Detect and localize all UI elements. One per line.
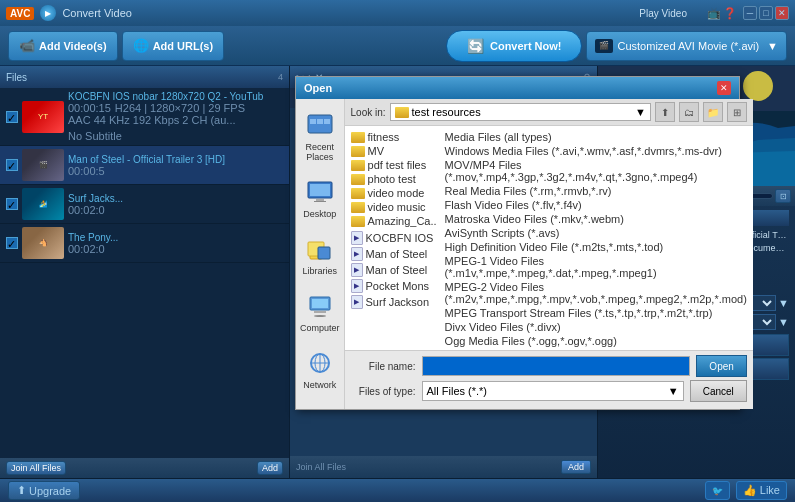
list-item[interactable]: High Definition Video File (*.m2ts,*.mts… [443,240,749,254]
file-meta: 00:02:0 [68,243,283,255]
sidebar-item-label: Network [303,380,336,390]
list-item[interactable]: fitness [349,130,439,144]
filename-input[interactable] [422,356,691,376]
twitter-button[interactable]: 🐦 [705,481,730,500]
view-toggle-button[interactable]: ⊞ [727,102,747,122]
sidebar-item-libraries[interactable]: Libraries [296,227,344,284]
dialog-title-bar: Open ✕ [296,77,739,99]
file-name: The Pony... [68,232,283,243]
list-item[interactable]: MV [349,144,439,158]
add-center-button[interactable]: Add [561,460,591,474]
file-checkbox[interactable]: ✓ [6,111,18,123]
file-checkbox[interactable]: ✓ [6,198,18,210]
list-item[interactable]: ✓ 🎬 Man of Steel - Official Trailer 3 [H… [0,146,289,185]
file-checkbox[interactable]: ✓ [6,159,18,171]
sidebar-item-network[interactable]: Network [296,341,344,398]
file-thumbnail: 🏄 [22,188,64,220]
file-checkbox[interactable]: ✓ [6,237,18,249]
list-item[interactable]: video music [349,200,439,214]
maximize-button[interactable]: □ [759,6,773,20]
look-in-select[interactable]: test resources ▼ [390,103,651,121]
list-item[interactable]: Flash Video Files (*.flv,*.f4v) [443,198,749,212]
dialog-nav: Recent Places Desktop [296,99,345,409]
filetype-select[interactable]: All Files (*.*) ▼ [422,381,684,401]
sidebar-item-label: Libraries [303,266,338,276]
add-url-icon: 🌐 [133,38,149,53]
nav-up-button[interactable]: ⬆ [655,102,675,122]
file-list: Files 4 ✓ YT KOCBFN IOS nobar 1280x720 Q… [0,66,290,478]
dialog-close-button[interactable]: ✕ [717,81,731,95]
list-item[interactable]: Amazing_Ca.. [349,214,439,228]
like-icon: 👍 [743,484,757,496]
open-dialog: Open ✕ Rece [295,76,740,410]
list-item[interactable]: Divx Video Files (*.divx) [443,320,749,334]
file-name: Surf Jacks... [68,193,283,204]
file-icon: ▶ [351,279,363,293]
social-buttons: 🐦 👍 Like [705,481,787,500]
svg-point-22 [743,71,773,101]
svg-rect-13 [314,311,326,313]
list-item[interactable]: Media Files (all types) [443,130,749,144]
file-count: 4 [278,72,283,82]
sidebar-item-computer[interactable]: Computer [296,284,344,341]
svg-rect-6 [316,199,324,201]
close-button[interactable]: ✕ [775,6,789,20]
file-codec: H264 | 1280×720 | 29 FPS [115,102,245,114]
file-icon: ▶ [351,247,363,261]
upgrade-button[interactable]: ⬆ Upgrade [8,481,80,500]
list-item[interactable]: ▶ Man of Steel [349,262,439,278]
main-area: Files 4 ✓ YT KOCBFN IOS nobar 1280x720 Q… [0,66,795,478]
like-button[interactable]: 👍 Like [736,481,787,500]
list-item[interactable]: Ogg Media Files (*.ogg,*.ogv,*.ogg) [443,334,749,348]
svg-rect-3 [324,119,330,124]
play-title: Play Video [639,8,687,19]
center-footer: Join All Files Add [290,456,597,478]
dialog-main: Look in: test resources ▼ ⬆ 🗂 📁 ⊞ [345,99,753,409]
list-item[interactable]: MPEG-2 Video Files (*.m2v,*.mpe,*.mpg,*.… [443,280,749,306]
list-item[interactable]: photo test [349,172,439,186]
list-item[interactable]: ✓ 🏄 Surf Jacks... 00:02:0 [0,185,289,224]
format-selector[interactable]: 🎬 Customized AVI Movie (*.avi) ▼ [586,31,787,61]
open-button[interactable]: Open [696,355,746,377]
list-item[interactable]: ▶ Man of Steel [349,246,439,262]
folder-icon [351,216,365,227]
format-icon: 🎬 [595,39,613,53]
add-url-button[interactable]: 🌐 Add URL(s) [122,31,225,61]
list-item[interactable]: AviSynth Scripts (*.avs) [443,226,749,240]
list-item[interactable]: ▶ Pocket Mons [349,278,439,294]
list-item[interactable]: MPEG-1 Video Files (*.m1v,*.mpe,*.mpeg,*… [443,254,749,280]
list-item[interactable]: MOV/MP4 Files (*.mov,*.mp4,*.3gp,*.3g2,*… [443,158,749,184]
dropdown-arrow-icon: ▼ [668,385,679,397]
list-item[interactable]: pdf test files [349,158,439,172]
list-item[interactable]: Matroska Video Files (*.mkv,*.webm) [443,212,749,226]
join-files-button[interactable]: Join All Files [6,461,66,475]
list-item[interactable]: ✓ YT KOCBFN IOS nobar 1280x720 Q2 - YouT… [0,88,289,146]
app-icon: ▶ [40,5,56,21]
add-videos-button[interactable]: 📹 Add Video(s) [8,31,118,61]
list-item[interactable]: MPEG Transport Stream Files (*.ts,*.tp,*… [443,306,749,320]
cancel-button[interactable]: Cancel [690,380,747,402]
svg-rect-10 [318,247,330,259]
browser-columns: fitness MV pdf test files [349,130,749,350]
list-item[interactable]: ✓ 🐴 The Pony... 00:02:0 [0,224,289,263]
nav-new-folder-button[interactable]: 📁 [703,102,723,122]
add-videos-icon: 📹 [19,38,35,53]
add-button[interactable]: Add [257,461,283,475]
list-item[interactable]: Windows Media Files (*.avi,*.wmv,*.asf,*… [443,144,749,158]
nav-back-button[interactable]: 🗂 [679,102,699,122]
list-item[interactable]: ▶ KOCBFN IOS [349,230,439,246]
app-title: Convert Video [62,7,619,19]
list-item[interactable]: Real Media Files (*.rm,*.rmvb,*.rv) [443,184,749,198]
list-item[interactable]: video mode [349,186,439,200]
folder-icon [351,174,365,185]
list-item[interactable]: ▶ Surf Jackson [349,294,439,310]
convert-now-button[interactable]: 🔄 Convert Now! [446,30,583,62]
sidebar-item-recent[interactable]: Recent Places [296,103,344,170]
folder-icon [351,132,365,143]
desktop-icon [304,178,336,206]
svg-point-14 [314,315,326,317]
sidebar-item-desktop[interactable]: Desktop [296,170,344,227]
file-thumbnail: 🎬 [22,149,64,181]
fullscreen-button[interactable]: ⊡ [775,189,791,203]
minimize-button[interactable]: ─ [743,6,757,20]
